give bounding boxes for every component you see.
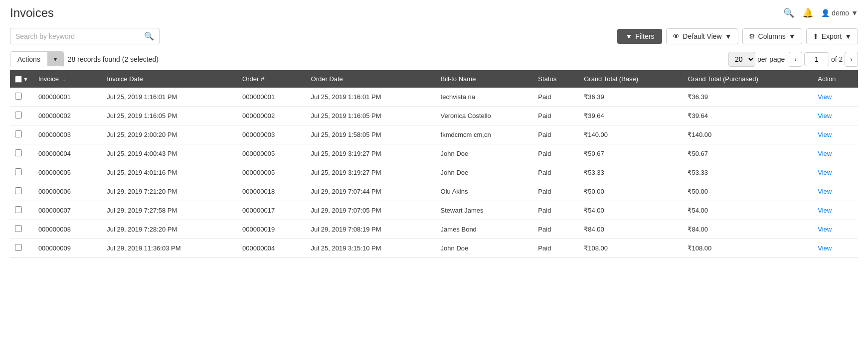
row-checkbox[interactable]	[15, 112, 22, 118]
view-link[interactable]: View	[818, 93, 832, 101]
table-row: 000000001 Jul 25, 2019 1:16:01 PM 000000…	[10, 88, 858, 107]
cell-order-num: 000000005	[237, 163, 306, 182]
view-link[interactable]: View	[818, 226, 832, 233]
row-checkbox[interactable]	[15, 244, 22, 251]
col-order-date: Order Date	[306, 70, 436, 88]
row-checkbox-cell[interactable]	[10, 144, 33, 163]
select-all-header[interactable]: ▼	[10, 70, 33, 88]
sort-icon[interactable]: ↓	[63, 76, 66, 82]
row-checkbox[interactable]	[15, 93, 22, 100]
cell-order-num: 000000002	[237, 107, 306, 125]
table-row: 000000008 Jul 29, 2019 7:28:20 PM 000000…	[10, 220, 858, 239]
cell-invoice-date: Jul 25, 2019 2:00:20 PM	[102, 125, 237, 144]
view-link[interactable]: View	[818, 131, 832, 138]
default-view-button[interactable]: 👁 Default View ▼	[666, 28, 738, 44]
cell-grand-total-base: ₹54.00	[579, 201, 683, 220]
row-checkbox[interactable]	[15, 225, 22, 232]
export-label: Export	[822, 32, 842, 40]
export-button[interactable]: ⬆ Export ▼	[806, 28, 858, 44]
actions-bar-left: Actions ▼ 28 records found (2 selected)	[10, 51, 159, 67]
row-checkbox[interactable]	[15, 168, 22, 175]
actions-caret-button[interactable]: ▼	[47, 52, 63, 66]
cell-action[interactable]: View	[813, 182, 858, 201]
cell-status: Paid	[533, 220, 579, 239]
row-checkbox-cell[interactable]	[10, 107, 33, 125]
cell-action[interactable]: View	[813, 107, 858, 125]
row-checkbox-cell[interactable]	[10, 201, 33, 220]
table-row: 000000006 Jul 29, 2019 7:21:20 PM 000000…	[10, 182, 858, 201]
view-link[interactable]: View	[818, 169, 832, 176]
cell-grand-total-base: ₹39.64	[579, 107, 683, 125]
row-checkbox-cell[interactable]	[10, 220, 33, 239]
cell-invoice: 000000001	[33, 88, 102, 107]
actions-bar: Actions ▼ 28 records found (2 selected) …	[0, 48, 868, 70]
cell-order-date: Jul 25, 2019 3:19:27 PM	[306, 163, 436, 182]
bell-icon[interactable]: 🔔	[802, 7, 813, 18]
cell-action[interactable]: View	[813, 144, 858, 163]
row-checkbox-cell[interactable]	[10, 88, 33, 107]
cell-invoice-date: Jul 29, 2019 7:21:20 PM	[102, 182, 237, 201]
cell-bill-to: techvista na	[436, 88, 533, 107]
cell-order-num: 000000018	[237, 182, 306, 201]
cell-order-num: 000000003	[237, 125, 306, 144]
cell-status: Paid	[533, 107, 579, 125]
toolbar: 🔍 ▼ Filters 👁 Default View ▼ ⚙ Columns ▼…	[0, 24, 868, 48]
user-icon: 👤	[821, 9, 830, 17]
col-invoice-date: Invoice Date	[102, 70, 237, 88]
row-checkbox[interactable]	[15, 206, 22, 213]
cell-invoice-date: Jul 29, 2019 7:27:58 PM	[102, 201, 237, 220]
page-number-input[interactable]	[804, 52, 829, 66]
table-row: 000000003 Jul 25, 2019 2:00:20 PM 000000…	[10, 125, 858, 144]
per-page-select: 20 30 50 per page	[728, 52, 785, 67]
cell-action[interactable]: View	[813, 163, 858, 182]
per-page-dropdown[interactable]: 20 30 50	[728, 52, 755, 67]
cell-bill-to: John Doe	[436, 239, 533, 258]
cell-action[interactable]: View	[813, 88, 858, 107]
cell-action[interactable]: View	[813, 220, 858, 239]
row-checkbox[interactable]	[15, 149, 22, 156]
view-chevron-icon: ▼	[725, 32, 732, 40]
cell-status: Paid	[533, 201, 579, 220]
prev-page-button[interactable]: ‹	[789, 52, 802, 67]
cell-bill-to: John Doe	[436, 144, 533, 163]
view-link[interactable]: View	[818, 207, 832, 214]
view-link[interactable]: View	[818, 112, 832, 119]
filters-button[interactable]: ▼ Filters	[617, 29, 662, 44]
view-link[interactable]: View	[818, 188, 832, 195]
cell-bill-to: Stewart James	[436, 201, 533, 220]
columns-button[interactable]: ⚙ Columns ▼	[742, 28, 802, 44]
table-container: ▼ Invoice ↓ Invoice Date Order # Order D…	[0, 70, 868, 258]
view-link[interactable]: View	[818, 244, 832, 252]
row-checkbox-cell[interactable]	[10, 163, 33, 182]
search-input[interactable]	[15, 32, 144, 40]
cell-order-num: 000000004	[237, 239, 306, 258]
row-checkbox-cell[interactable]	[10, 125, 33, 144]
cell-invoice: 000000002	[33, 107, 102, 125]
cell-action[interactable]: View	[813, 125, 858, 144]
cell-action[interactable]: View	[813, 201, 858, 220]
cell-invoice: 000000008	[33, 220, 102, 239]
columns-label: Columns	[758, 32, 786, 40]
row-checkbox[interactable]	[15, 187, 22, 194]
select-chevron-icon[interactable]: ▼	[23, 76, 28, 82]
cell-invoice: 000000003	[33, 125, 102, 144]
search-icon-btn[interactable]: 🔍	[144, 31, 154, 41]
row-checkbox-cell[interactable]	[10, 239, 33, 258]
cell-grand-total-base: ₹108.00	[579, 239, 683, 258]
search-icon[interactable]: 🔍	[783, 7, 794, 18]
row-checkbox[interactable]	[15, 130, 22, 137]
cell-action[interactable]: View	[813, 239, 858, 258]
cell-bill-to: Olu Akins	[436, 182, 533, 201]
cell-invoice-date: Jul 25, 2019 1:16:01 PM	[102, 88, 237, 107]
cell-grand-total-purchased: ₹108.00	[683, 239, 813, 258]
per-page-label: per page	[757, 55, 785, 63]
next-page-button[interactable]: ›	[845, 52, 858, 67]
table-row: 000000005 Jul 25, 2019 4:01:16 PM 000000…	[10, 163, 858, 182]
row-checkbox-cell[interactable]	[10, 182, 33, 201]
actions-dropdown: Actions ▼	[10, 51, 64, 67]
view-link[interactable]: View	[818, 150, 832, 157]
cell-invoice-date: Jul 29, 2019 11:36:03 PM	[102, 239, 237, 258]
user-menu[interactable]: 👤 demo ▼	[821, 9, 858, 17]
eye-icon: 👁	[673, 32, 680, 40]
select-all-checkbox[interactable]	[15, 76, 22, 83]
